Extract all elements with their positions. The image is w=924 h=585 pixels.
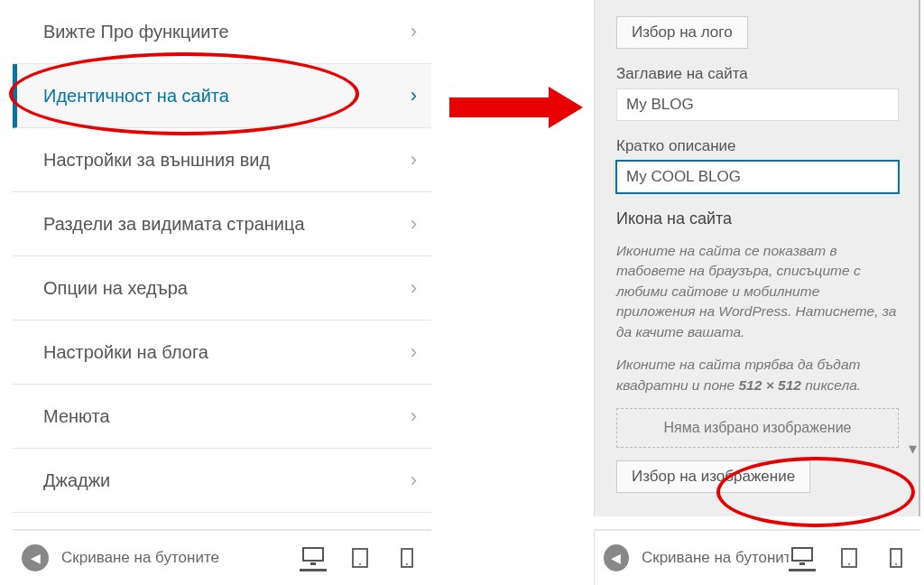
svg-point-10 <box>848 563 850 565</box>
select-logo-button[interactable]: Избор на лого <box>616 16 748 49</box>
menu-label: Настройки на блога <box>43 342 208 363</box>
chevron-right-icon: › <box>411 276 417 300</box>
chevron-right-icon: › <box>411 84 417 107</box>
device-preview-icons <box>300 544 420 571</box>
svg-point-6 <box>406 563 408 565</box>
tablet-icon[interactable] <box>836 544 863 571</box>
select-image-button[interactable]: Избор на изображение <box>616 460 810 493</box>
desktop-icon[interactable] <box>300 544 327 571</box>
menu-label: Опции на хедъра <box>43 278 188 299</box>
collapse-label: Скриване на бутоните <box>642 549 789 567</box>
svg-rect-8 <box>799 562 805 565</box>
site-title-input[interactable] <box>616 88 899 121</box>
collapse-icon[interactable]: ◀ <box>604 544 629 571</box>
menu-label: Настройки за външния вид <box>43 150 270 171</box>
svg-point-4 <box>359 563 361 565</box>
svg-rect-2 <box>310 562 316 565</box>
footer-bar-right: ◀ Скриване на бутоните <box>594 529 920 585</box>
chevron-right-icon: › <box>411 212 417 236</box>
chevron-right-icon: › <box>411 404 417 428</box>
menu-appearance[interactable]: Настройки за външния вид › <box>13 128 431 192</box>
svg-rect-7 <box>792 548 812 561</box>
svg-point-12 <box>895 563 897 565</box>
tagline-input[interactable] <box>616 161 899 193</box>
scroll-down-icon[interactable]: ▾ <box>909 439 917 459</box>
desktop-icon[interactable] <box>789 544 816 571</box>
collapse-icon[interactable]: ◀ <box>22 544 49 571</box>
svg-rect-1 <box>303 548 323 561</box>
menu-label: Раздели за видимата страница <box>43 214 305 235</box>
menu-pro-features[interactable]: Вижте Про функциите › <box>13 0 431 64</box>
site-title-label: Заглавие на сайта <box>616 65 899 83</box>
customizer-menu: Вижте Про функциите › Идентичност на сай… <box>13 0 431 513</box>
site-icon-size-help: Иконите на сайта трябва да бъдат квадрат… <box>616 355 899 395</box>
menu-label: Вижте Про функциите <box>43 22 229 42</box>
site-identity-panel: Избор на лого Заглавие на сайта Кратко о… <box>594 0 920 516</box>
tablet-icon[interactable] <box>346 544 374 571</box>
tagline-label: Кратко описание <box>616 137 899 155</box>
chevron-right-icon: › <box>411 469 417 492</box>
menu-widgets[interactable]: Джаджи › <box>13 449 431 513</box>
device-preview-icons <box>789 544 910 571</box>
menu-label: Джаджи <box>43 470 110 491</box>
menu-menus[interactable]: Менюта › <box>13 385 431 449</box>
chevron-right-icon: › <box>411 20 417 43</box>
chevron-right-icon: › <box>411 148 417 172</box>
menu-frontpage-sections[interactable]: Раздели за видимата страница › <box>13 192 431 256</box>
no-image-placeholder: Няма избрано изображение <box>616 408 899 448</box>
chevron-right-icon: › <box>411 340 417 364</box>
menu-header-options[interactable]: Опции на хедъра › <box>13 256 431 320</box>
footer-bar-left: ◀ Скриване на бутоните <box>13 529 431 585</box>
menu-blog-settings[interactable]: Настройки на блога › <box>13 320 431 385</box>
svg-marker-0 <box>449 87 583 128</box>
site-icon-label: Икона на сайта <box>616 209 899 228</box>
annotation-arrow-icon <box>449 85 585 130</box>
mobile-icon[interactable] <box>882 544 910 571</box>
menu-label: Менюта <box>43 406 110 427</box>
menu-label: Идентичност на сайта <box>43 86 229 107</box>
mobile-icon[interactable] <box>393 544 420 571</box>
site-icon-help: Иконите на сайта се показват в табовете … <box>616 241 899 342</box>
collapse-label: Скриване на бутоните <box>61 549 219 567</box>
menu-site-identity[interactable]: Идентичност на сайта › <box>13 64 431 128</box>
